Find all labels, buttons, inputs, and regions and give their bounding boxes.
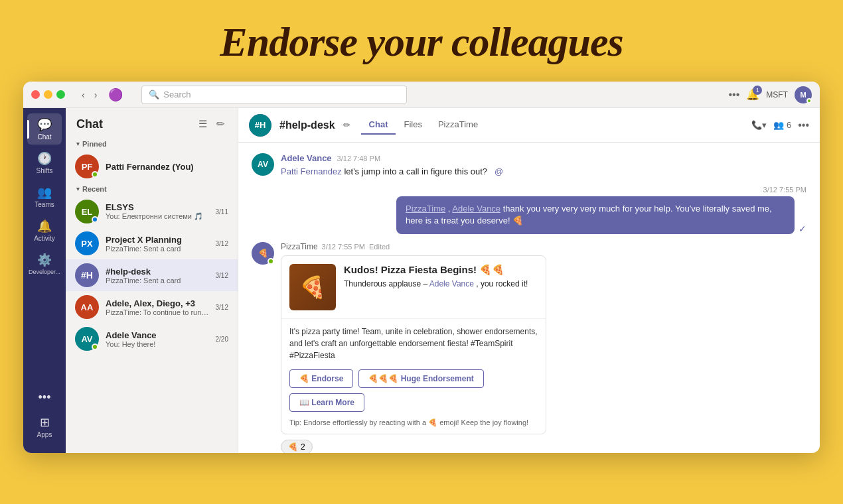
- shifts-icon: 🕐: [37, 151, 52, 166]
- pizzatime-status: [268, 258, 274, 265]
- tab-pizzatime[interactable]: PizzaTime: [430, 115, 486, 135]
- learn-more-button[interactable]: 📖 Learn More: [289, 393, 364, 412]
- msg-text: Patti Fernandez let's jump into a call i…: [281, 166, 806, 178]
- chat-preview: PizzaTime: Sent a card: [106, 277, 209, 284]
- more-icon: •••: [38, 391, 51, 405]
- chat-area: #H #help-desk ✏ Chat Files PizzaTime 📞▾ …: [238, 108, 820, 453]
- recent-chevron-icon: ▾: [76, 186, 80, 192]
- msg-time: 3/12 7:48 PM: [337, 155, 380, 162]
- call-button[interactable]: 📞▾: [751, 120, 767, 130]
- maximize-button[interactable]: [56, 90, 65, 99]
- recent-section-label[interactable]: ▾ Recent: [66, 182, 238, 196]
- channel-name: #help-desk: [279, 119, 335, 131]
- msg-body: let's jump into a call in figure this ou…: [344, 166, 487, 176]
- kudos-adele-link[interactable]: Adele Vance: [429, 279, 474, 288]
- avatar-wrap: AV: [75, 327, 99, 351]
- pinned-chevron-icon: ▾: [76, 141, 80, 147]
- msg-timestamp: 3/12 7:55 PM: [763, 186, 806, 194]
- search-bar[interactable]: 🔍 Search: [141, 86, 407, 104]
- avatar-wrap: EL: [75, 200, 99, 223]
- chat-name: Project X Planning: [106, 235, 209, 245]
- kudos-subtitle-suffix: , you rocked it!: [476, 279, 528, 288]
- sidebar-item-apps[interactable]: ⊞ Apps: [27, 411, 62, 442]
- new-chat-button[interactable]: ✏: [214, 116, 227, 132]
- recent-label: Recent: [82, 185, 107, 193]
- search-placeholder: Search: [163, 90, 191, 99]
- messages-area: AV Adele Vance 3/12 7:48 PM Patti Fernan…: [238, 143, 820, 453]
- tab-chat[interactable]: Chat: [361, 115, 396, 135]
- status-dot: [92, 171, 98, 178]
- apps-icon: ⊞: [40, 415, 50, 430]
- card-edited: Edited: [369, 243, 390, 251]
- chat-item-project[interactable]: PX Project X Planning PizzaTime: Sent a …: [66, 227, 238, 259]
- close-button[interactable]: [31, 90, 40, 99]
- teams-icon: 👥: [37, 185, 52, 200]
- chat-name: Adele, Alex, Diego, +3: [106, 298, 209, 308]
- forward-button[interactable]: ›: [91, 88, 101, 101]
- title-bar-right: ••• 🔔 1 MSFT M: [729, 86, 812, 103]
- sidebar-item-more[interactable]: •••: [27, 387, 62, 409]
- reaction-pill[interactable]: 🍕 2: [281, 440, 313, 453]
- avatar-wrap: PX: [75, 231, 99, 255]
- pizzatime-link[interactable]: PizzaTime: [406, 204, 445, 214]
- edit-icon[interactable]: ✏: [343, 120, 350, 130]
- adelevance-link[interactable]: Adele Vance: [452, 204, 500, 214]
- chat-list: Chat ☰ ✏ ▾ Pinned PF Patti Fernandez (Yo…: [66, 108, 238, 453]
- chat-name: Adele Vance: [106, 330, 209, 340]
- more-options-button[interactable]: •••: [729, 89, 740, 101]
- chat-info: Project X Planning PizzaTime: Sent a car…: [106, 235, 209, 253]
- card-sender-name: PizzaTime: [281, 242, 318, 251]
- filter-button[interactable]: ☰: [196, 116, 209, 132]
- endorse-button[interactable]: 🍕 Endorse: [289, 369, 353, 388]
- page-headline: Endorse your colleagues: [220, 19, 623, 66]
- channel-more-button[interactable]: •••: [798, 119, 809, 131]
- msg-sender: Adele Vance: [281, 153, 332, 163]
- kudos-tip: Tip: Endorse effortlessly by reacting wi…: [289, 418, 538, 427]
- avatar: #H: [75, 263, 99, 287]
- chat-label: Chat: [37, 133, 51, 141]
- kudos-pizza-image: 🍕: [289, 264, 336, 310]
- back-button[interactable]: ‹: [78, 88, 88, 101]
- chat-item-elsys[interactable]: EL ELSYS You: Електронни системи 🎵 3/11: [66, 196, 238, 227]
- chat-item-adele[interactable]: AV Adele Vance You: Hey there! 2/20: [66, 323, 238, 355]
- minimize-button[interactable]: [44, 90, 52, 99]
- chat-info: Adele, Alex, Diego, +3 PizzaTime: To con…: [106, 298, 209, 316]
- msg-header: Adele Vance 3/12 7:48 PM: [281, 153, 806, 163]
- notifications-button[interactable]: 🔔 1: [746, 88, 759, 101]
- chat-header: #H #help-desk ✏ Chat Files PizzaTime 📞▾ …: [238, 108, 820, 143]
- message-1: AV Adele Vance 3/12 7:48 PM Patti Fernan…: [252, 153, 806, 178]
- chat-item-patti[interactable]: PF Patti Fernandez (You): [66, 151, 238, 182]
- kudos-body: It's pizza party time! Team, unite in ce…: [281, 319, 546, 434]
- chat-meta: 3/11: [216, 208, 228, 216]
- huge-endorsement-button[interactable]: 🍕🍕🍕 Huge Endorsement: [358, 369, 483, 388]
- developer-label: Developer...: [29, 269, 60, 275]
- sidebar-item-teams[interactable]: 👥 Teams: [27, 181, 62, 212]
- sidebar-item-chat[interactable]: 💬 Chat: [27, 113, 62, 145]
- chat-name: Patti Fernandez (You): [106, 162, 228, 172]
- kudos-subtitle: Thunderous applause – Adele Vance , you …: [344, 279, 528, 290]
- msg-content: Adele Vance 3/12 7:48 PM Patti Fernandez…: [281, 153, 806, 178]
- chat-list-title: Chat: [76, 117, 103, 131]
- chat-item-helpdesk[interactable]: #H #help-desk PizzaTime: Sent a card 3/1…: [66, 259, 238, 291]
- chat-tabs: Chat Files PizzaTime: [361, 115, 487, 135]
- kudos-card: 🍕 Kudos! Pizza Fiesta Begins! 🍕🍕 Thunder…: [281, 255, 546, 434]
- search-icon: 🔍: [149, 90, 159, 99]
- chat-list-header: Chat ☰ ✏: [66, 108, 238, 137]
- kudos-card-header: 🍕 Kudos! Pizza Fiesta Begins! 🍕🍕 Thunder…: [281, 256, 546, 319]
- members-icon: 👥: [773, 120, 784, 130]
- sidebar-item-shifts[interactable]: 🕐 Shifts: [27, 147, 62, 178]
- developer-icon: ⚙️: [37, 253, 52, 267]
- mention-at: @: [495, 166, 503, 176]
- chat-item-group[interactable]: AA Adele, Alex, Diego, +3 PizzaTime: To …: [66, 291, 238, 323]
- tab-files[interactable]: Files: [396, 115, 429, 135]
- sidebar-item-activity[interactable]: 🔔 Activity: [27, 215, 62, 246]
- teams-label: Teams: [35, 201, 54, 208]
- sidebar-item-developer[interactable]: ⚙️ Developer...: [27, 249, 62, 279]
- message-3: 🍕 PizzaTime 3/12 7:55 PM Edited 🍕: [252, 242, 806, 453]
- pinned-section-label[interactable]: ▾ Pinned: [66, 137, 238, 151]
- pinned-label: Pinned: [82, 140, 107, 148]
- members-button[interactable]: 👥 6: [773, 120, 791, 130]
- user-avatar[interactable]: M: [795, 86, 812, 103]
- status-dot: [92, 344, 98, 350]
- mentioned-name: Patti Fernandez: [281, 166, 342, 176]
